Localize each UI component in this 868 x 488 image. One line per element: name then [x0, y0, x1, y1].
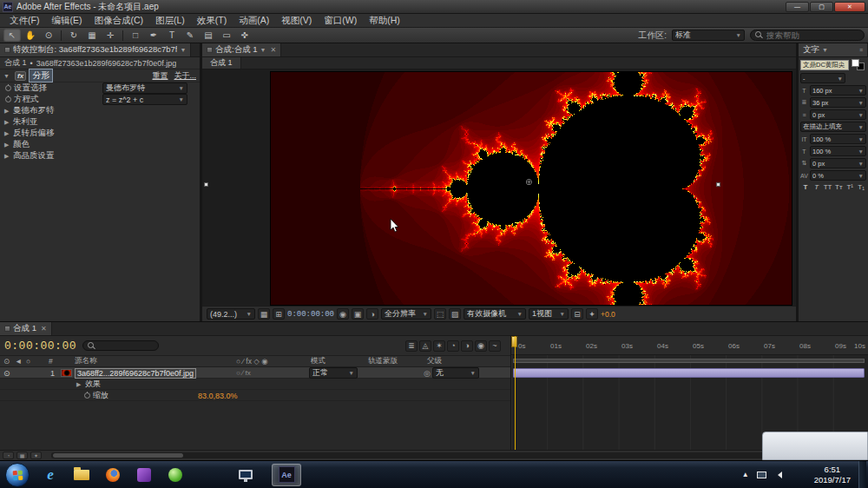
stopwatch-icon[interactable] [5, 85, 11, 91]
maximize-button[interactable]: ▢ [810, 2, 833, 12]
effect-name[interactable]: 分形 [29, 69, 53, 82]
twirl-right-icon[interactable]: ▶ [4, 108, 13, 115]
minimize-button[interactable]: — [786, 2, 809, 12]
menu-window[interactable]: 窗口(W) [318, 14, 363, 27]
draft-3d-icon[interactable]: ◬ [419, 340, 431, 352]
effect-group-row[interactable]: ▶ 朱利亚 [0, 116, 200, 128]
region-of-interest-icon[interactable]: ⬚ [434, 308, 446, 320]
show-desktop-button[interactable] [858, 461, 866, 488]
show-snapshot-icon[interactable]: ▣ [352, 308, 364, 320]
scale-property-row[interactable]: 缩放 83.0,83.0% [0, 390, 510, 401]
vertical-scale-dropdown[interactable]: 100 %▼ [810, 134, 866, 144]
fractal-render[interactable] [270, 71, 792, 306]
effect-group-row[interactable]: ▶ 高品质设置 [0, 150, 200, 162]
magnification-dropdown[interactable]: (49.2...)▼ [207, 308, 255, 320]
taskbar-firefox[interactable] [98, 464, 128, 486]
menu-layer[interactable]: 图层(L) [149, 14, 191, 27]
network-icon[interactable] [790, 470, 800, 480]
equation-dropdown[interactable]: z = z^2 + c▼ [102, 94, 187, 105]
menu-composition[interactable]: 图像合成(C) [88, 14, 149, 27]
start-button[interactable] [5, 463, 30, 487]
expand-transfer-controls-icon[interactable]: ▦ [16, 452, 28, 459]
source-name-column-header[interactable]: 源名称 [75, 356, 97, 366]
menu-animation[interactable]: 动画(A) [233, 14, 275, 27]
horizontal-scale-dropdown[interactable]: 100 %▼ [810, 146, 866, 156]
pickwhip-icon[interactable]: ◎ [424, 369, 431, 378]
taskbar-clock[interactable]: 6:51 2019/7/17 [814, 465, 851, 485]
mask-tool[interactable]: □ [127, 29, 144, 42]
twirl-down-icon[interactable]: ▼ [3, 73, 12, 79]
eraser-tool[interactable]: ▭ [218, 29, 235, 42]
tracking-dropdown[interactable]: 0 %▼ [810, 170, 866, 181]
mask-visibility-icon[interactable]: ⊞ [273, 308, 285, 320]
twirl-right-icon[interactable]: ▶ [4, 142, 13, 148]
motion-blur-icon[interactable]: ◑ [461, 340, 473, 352]
taskbar-after-effects[interactable]: Ae [272, 464, 301, 486]
blend-mode-dropdown[interactable]: 正常▼ [309, 367, 358, 379]
auto-keyframe-icon[interactable]: ◉ [475, 340, 487, 352]
panel-menu-icon[interactable]: ▼ [180, 47, 186, 53]
scrollbar-thumb[interactable] [53, 453, 183, 458]
layer-duration-bar[interactable] [513, 368, 865, 378]
eye-icon[interactable]: ⊙ [3, 367, 10, 379]
menu-file[interactable]: 文件(F) [3, 14, 45, 27]
character-tab[interactable]: 文字 ▼ ≡ [799, 43, 868, 56]
setting-choice-dropdown[interactable]: 曼德布罗特▼ [102, 82, 187, 94]
camera-dropdown[interactable]: 有效摄像机▼ [464, 308, 526, 320]
hide-shy-icon[interactable]: ✶ [433, 340, 445, 352]
font-size-dropdown[interactable]: 160 px▼ [810, 85, 866, 96]
rotation-tool[interactable]: ↻ [65, 29, 82, 42]
expand-layer-switches-icon[interactable]: ◔ [3, 452, 14, 459]
stroke-width-dropdown[interactable]: 36 px▼ [810, 97, 866, 108]
taskbar-green-app[interactable] [161, 464, 190, 486]
all-caps-button[interactable]: TT [824, 183, 832, 191]
trkmat-column-header[interactable]: 轨道蒙版 [368, 356, 398, 366]
menu-edit[interactable]: 编辑(E) [45, 14, 88, 27]
hand-tool[interactable]: ✋ [22, 29, 39, 42]
menu-effect[interactable]: 效果(T) [191, 14, 233, 27]
pixel-aspect-icon[interactable]: ⊟ [571, 308, 583, 320]
about-link[interactable]: 关于... [174, 70, 196, 82]
menu-help[interactable]: 帮助(H) [363, 14, 406, 27]
workspace-dropdown[interactable]: 标准▼ [672, 30, 745, 41]
clone-stamp-tool[interactable]: ▤ [200, 29, 217, 42]
grid-guides-icon[interactable]: ▦ [258, 308, 270, 320]
fill-color-swatch[interactable] [852, 59, 859, 67]
show-hidden-icons[interactable]: ▲ [740, 470, 751, 480]
effect-controls-tab[interactable]: 特效控制台: 3a68ff27363e1b289f69628c7b7f ▼ [0, 43, 191, 56]
fill-stroke-swatches[interactable] [851, 58, 866, 71]
exposure-value[interactable]: +0.0 [601, 310, 615, 319]
close-button[interactable]: ✕ [834, 2, 865, 12]
faux-italic-button[interactable]: T [812, 183, 821, 191]
view-layout-dropdown[interactable]: 1视图▼ [529, 308, 569, 320]
help-search-input[interactable] [766, 30, 859, 40]
effect-group-row[interactable]: ▶ 反转后偏移 [0, 128, 200, 139]
font-family-dropdown[interactable]: 文鼎DC黄阳尖 [800, 60, 849, 70]
twirl-right-icon[interactable]: ▶ [76, 381, 85, 388]
current-timecode[interactable]: 0:00:00:00 [4, 340, 76, 353]
scale-value[interactable]: 83.0,83.0% [198, 390, 238, 401]
timeline-tab[interactable]: 合成 1 ✕ [0, 322, 52, 335]
resolution-dropdown[interactable]: 全分辨率▼ [381, 308, 431, 320]
parent-column-header[interactable]: 父级 [427, 356, 442, 366]
selection-tool[interactable]: ↖ [3, 29, 21, 42]
zoom-tool[interactable]: ⊙ [40, 29, 57, 42]
layer-handle-right[interactable] [716, 182, 720, 187]
twirl-right-icon[interactable]: ▶ [4, 119, 13, 126]
timeline-search[interactable] [82, 340, 159, 351]
type-tool[interactable]: T [163, 29, 181, 42]
parent-dropdown[interactable]: ◎ 无▼ [424, 367, 479, 379]
comp-breadcrumb-tab[interactable]: 合成 1 [202, 57, 241, 69]
transparency-grid-icon[interactable]: ▨ [449, 308, 461, 320]
taskbar-internet-explorer[interactable]: e [36, 464, 65, 486]
close-tab-icon[interactable]: ✕ [41, 325, 47, 333]
timeline-search-input[interactable] [99, 341, 154, 351]
help-search[interactable] [750, 30, 865, 41]
timeline-horizontal-scrollbar[interactable] [51, 452, 790, 458]
snapshot-icon[interactable]: ◉ [337, 308, 349, 320]
frame-blend-icon[interactable]: ◔ [447, 340, 459, 352]
effect-group-row[interactable]: ▶ 颜色 [0, 139, 200, 150]
puppet-tool[interactable]: ✜ [236, 29, 253, 42]
anchor-point-icon[interactable]: ⊕ [525, 178, 532, 187]
leading-dropdown[interactable]: 0 px▼ [810, 109, 866, 120]
